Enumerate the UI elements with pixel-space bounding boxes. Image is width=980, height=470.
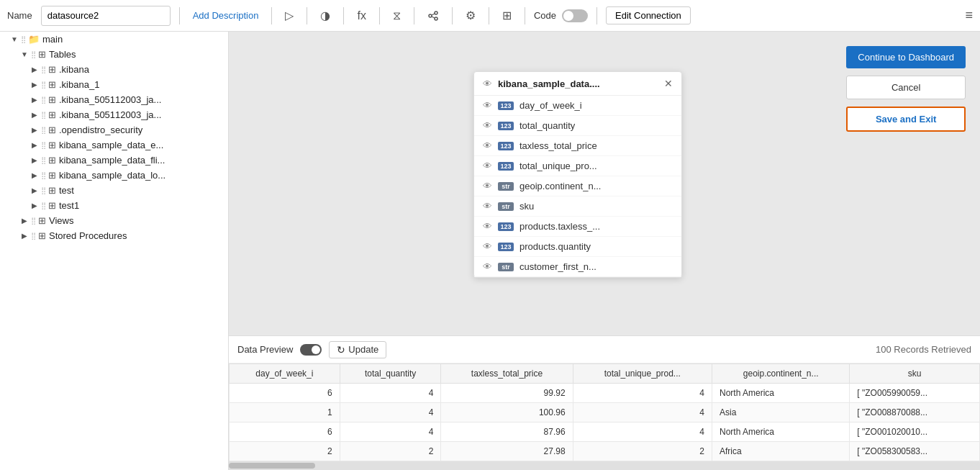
- cell-sku: [ "ZO058300583...: [850, 442, 980, 461]
- table-icon: ⊞: [48, 155, 56, 166]
- chevron-down-icon: ▼: [20, 50, 29, 58]
- sidebar-item-kibana[interactable]: ▶ ⣿ ⊞ .kibana: [0, 62, 228, 77]
- field-popup-panel: 👁 kibana_sample_data.... ✕ 👁 123 day_of_…: [473, 71, 682, 278]
- code-toggle[interactable]: [562, 9, 588, 22]
- tables-icon: ⊞: [38, 49, 46, 60]
- records-count: 100 Records Retrieved: [876, 344, 971, 355]
- popup-field-row[interactable]: 👁 str sku: [474, 196, 681, 217]
- sidebar-item-kibana-1[interactable]: ▶ ⣿ ⊞ .kibana_1: [0, 77, 228, 92]
- cell-price: 99.92: [441, 384, 573, 403]
- popup-field-row[interactable]: 👁 123 day_of_week_i: [474, 96, 681, 116]
- table-icon: ⊞: [48, 200, 56, 211]
- sidebar-item-label: .kibana_505112003_ja...: [59, 109, 161, 120]
- eye-icon: 👁: [483, 241, 492, 252]
- table-row: 1 4 100.96 4 Asia [ "ZO008870088...: [230, 403, 980, 422]
- cell-day: 1: [230, 403, 340, 422]
- drag-handle-icon: ⣿: [41, 202, 46, 209]
- sidebar-item-opendistro[interactable]: ▶ ⣿ ⊞ .opendistro_security: [0, 122, 228, 137]
- relations-button[interactable]: [423, 7, 443, 24]
- refresh-icon: ↻: [337, 344, 345, 356]
- continue-to-dashboard-button[interactable]: Continue to Dashboard: [846, 46, 966, 68]
- cancel-button[interactable]: Cancel: [846, 76, 966, 99]
- cell-price: 87.96: [441, 422, 573, 442]
- grid-button[interactable]: ⊞: [498, 6, 516, 25]
- sidebar-item-kibana-sample-lo[interactable]: ▶ ⣿ ⊞ kibana_sample_data_lo...: [0, 168, 228, 183]
- svg-line-3: [432, 14, 435, 15]
- type-badge: str: [498, 202, 514, 211]
- field-name: customer_first_n...: [520, 261, 596, 272]
- sidebar-item-test[interactable]: ▶ ⣿ ⊞ test: [0, 183, 228, 198]
- drag-handle-icon: ⣿: [41, 111, 46, 119]
- sidebar-item-views[interactable]: ▶ ⣿ ⊞ Views: [0, 213, 228, 228]
- eye-icon: 👁: [483, 120, 492, 131]
- sidebar-item-label: .kibana_505112003_ja...: [59, 94, 161, 105]
- sidebar-item-kibana-sample-e[interactable]: ▶ ⣿ ⊞ kibana_sample_data_e...: [0, 137, 228, 153]
- preview-toggle[interactable]: [300, 344, 322, 356]
- sidebar-item-tables[interactable]: ▼ ⣿ ⊞ Tables: [0, 47, 228, 62]
- play-button[interactable]: ▷: [281, 6, 298, 25]
- cell-price: 27.98: [441, 442, 573, 461]
- popup-field-row[interactable]: 👁 123 products.taxless_...: [474, 217, 681, 237]
- edit-connection-button[interactable]: Edit Connection: [606, 6, 691, 24]
- divider-4: [343, 7, 344, 24]
- settings-button[interactable]: ⚙: [461, 6, 480, 25]
- field-name: total_quantity: [520, 120, 575, 131]
- cell-geoip: Asia: [712, 403, 850, 422]
- sidebar-item-label: test: [59, 185, 74, 196]
- sidebar-item-test1[interactable]: ▶ ⣿ ⊞ test1: [0, 198, 228, 213]
- drag-handle-icon: ⣿: [31, 232, 36, 240]
- drag-handle-icon: ⣿: [21, 35, 26, 43]
- sidebar-item-kibana-sample-fli[interactable]: ▶ ⣿ ⊞ kibana_sample_data_fli...: [0, 153, 228, 168]
- table-icon: ⊞: [48, 140, 56, 150]
- toggle-icon-button[interactable]: ◑: [316, 6, 335, 25]
- data-table-wrapper[interactable]: day_of_week_i total_quantity taxless_tot…: [229, 363, 980, 461]
- sidebar-item-kibana-505-2[interactable]: ▶ ⣿ ⊞ .kibana_505112003_ja...: [0, 107, 228, 122]
- divider-10: [596, 7, 597, 24]
- table-row: 6 4 87.96 4 North America [ "ZO001020010…: [230, 422, 980, 442]
- canvas-area: Continue to Dashboard Cancel Save and Ex…: [229, 32, 980, 335]
- sidebar-item-kibana-505-1[interactable]: ▶ ⣿ ⊞ .kibana_505112003_ja...: [0, 92, 228, 107]
- field-name: sku: [520, 201, 534, 212]
- popup-field-row[interactable]: 👁 123 total_quantity: [474, 116, 681, 136]
- field-name: taxless_total_price: [520, 140, 597, 151]
- sidebar-item-main[interactable]: ▼ ⣿ 📁 main: [0, 32, 228, 47]
- popup-field-row[interactable]: 👁 123 taxless_total_price: [474, 136, 681, 156]
- update-button[interactable]: ↻ Update: [329, 341, 386, 358]
- eye-icon: 👁: [483, 261, 492, 272]
- datasource-name-input[interactable]: [41, 6, 171, 26]
- divider-1: [179, 7, 180, 24]
- sidebar-item-label: .kibana_1: [59, 79, 99, 90]
- popup-field-row[interactable]: 👁 123 products.quantity: [474, 237, 681, 257]
- popup-field-row[interactable]: 👁 123 total_unique_pro...: [474, 156, 681, 176]
- cell-unique: 2: [573, 442, 712, 461]
- scrollbar-thumb[interactable]: [229, 463, 315, 469]
- sidebar-item-stored-procs[interactable]: ▶ ⣿ ⊞ Stored Procedures: [0, 228, 228, 243]
- save-and-exit-button[interactable]: Save and Exit: [846, 107, 966, 132]
- stored-procs-icon: ⊞: [38, 230, 46, 241]
- table-row: 2 2 27.98 2 Africa [ "ZO058300583...: [230, 442, 980, 461]
- popup-field-row[interactable]: 👁 str geoip.continent_n...: [474, 176, 681, 196]
- cell-qty: 2: [340, 442, 441, 461]
- svg-point-2: [435, 17, 437, 20]
- popup-close-button[interactable]: ✕: [664, 78, 673, 89]
- table-row: 6 4 99.92 4 North America [ "ZO005990059…: [230, 384, 980, 403]
- popup-field-row[interactable]: 👁 str customer_first_n...: [474, 257, 681, 277]
- drag-handle-icon: ⣿: [41, 126, 46, 134]
- table-icon: ⊞: [48, 109, 56, 120]
- sidebar-item-label: .opendistro_security: [59, 125, 142, 135]
- divider-5: [379, 7, 380, 24]
- type-badge: str: [498, 263, 514, 271]
- drag-handle-icon: ⣿: [41, 141, 46, 149]
- sidebar-item-label: kibana_sample_data_fli...: [59, 155, 165, 166]
- horizontal-scrollbar[interactable]: [229, 461, 980, 470]
- cell-sku: [ "ZO008870088...: [850, 403, 980, 422]
- hamburger-menu-icon[interactable]: ≡: [965, 8, 973, 23]
- filter-button[interactable]: ⧖: [389, 6, 405, 25]
- fx-button[interactable]: fx: [353, 6, 370, 25]
- svg-point-0: [429, 14, 432, 17]
- popup-title: kibana_sample_data....: [498, 78, 658, 89]
- field-name: day_of_week_i: [520, 100, 582, 111]
- divider-9: [525, 7, 525, 24]
- add-description-link[interactable]: Add Description: [193, 10, 259, 21]
- cell-geoip: North America: [712, 384, 850, 403]
